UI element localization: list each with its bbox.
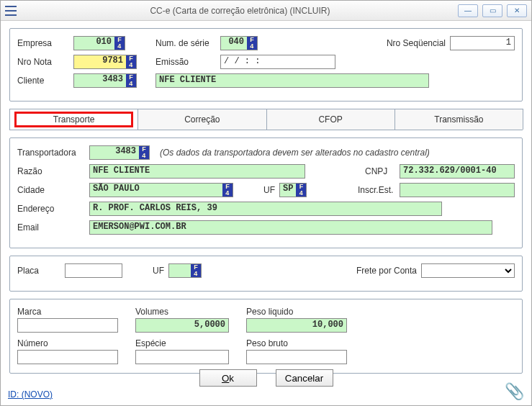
f4-icon[interactable]: F4 xyxy=(247,37,257,50)
transportadora-field[interactable]: 3483 F4 xyxy=(89,145,150,160)
uf-label: UF xyxy=(263,185,275,195)
transportadora-label: Transportadora xyxy=(17,148,85,158)
num-serie-field[interactable]: 040 F4 xyxy=(220,36,258,50)
empresa-label: Empresa xyxy=(17,38,69,48)
maximize-button[interactable]: ▭ xyxy=(482,4,502,17)
peso-liq-label: Peso liquido xyxy=(246,307,347,317)
ok-button[interactable]: Ok xyxy=(199,369,257,387)
volumes-field: 5,0000 xyxy=(135,318,229,333)
volumes-group: Marca Volumes 5,0000 Peso liquido 10,000… xyxy=(9,299,523,374)
marca-label: Marca xyxy=(17,307,118,317)
razao-field: NFE CLIENTE xyxy=(89,164,305,179)
placa-uf-label: UF xyxy=(153,266,164,276)
placa-group: Placa UF F4 Frete por Conta xyxy=(9,256,523,292)
razao-label: Razão xyxy=(17,166,85,176)
nro-sequencial-label: Nro Seqüencial xyxy=(387,38,446,48)
cliente-label: Cliente xyxy=(17,76,69,86)
cancel-button[interactable]: Cancelar xyxy=(276,369,333,387)
f4-icon[interactable]: F4 xyxy=(222,184,233,197)
nro-nota-field[interactable]: 9781 F4 xyxy=(73,55,137,69)
emissao-label: Emissão xyxy=(155,57,216,67)
inscr-label: Inscr.Est. xyxy=(358,185,395,195)
window-title: CC-e (Carta de correção eletrônica) (INC… xyxy=(22,6,458,16)
paperclip-icon[interactable]: 📎 xyxy=(505,382,524,401)
transportadora-group: Transportadora 3483 F4 (Os dados da tran… xyxy=(9,137,523,248)
numero-field[interactable] xyxy=(17,350,118,364)
tab-transmissao[interactable]: Transmissão xyxy=(395,109,523,130)
minimize-button[interactable]: — xyxy=(458,4,478,17)
titlebar: CC-e (Carta de correção eletrônica) (INC… xyxy=(1,1,531,21)
peso-liq-field: 10,000 xyxy=(246,318,347,333)
inscr-field xyxy=(400,183,515,197)
menu-icon[interactable] xyxy=(5,6,17,16)
f4-icon[interactable]: F4 xyxy=(139,146,149,159)
nro-sequencial-field[interactable]: 1 xyxy=(450,36,515,50)
f4-icon[interactable]: F4 xyxy=(191,264,201,277)
tab-transporte[interactable]: Transporte xyxy=(9,109,138,130)
tab-correcao[interactable]: Correção xyxy=(137,109,266,130)
uf-field[interactable]: SP F4 xyxy=(279,183,307,197)
email-label: Email xyxy=(17,222,85,233)
cliente-field[interactable]: 3483 F4 xyxy=(73,73,137,88)
f4-icon[interactable]: F4 xyxy=(114,37,125,50)
cce-window: CC-e (Carta de correção eletrônica) (INC… xyxy=(0,0,532,406)
frete-select[interactable] xyxy=(421,263,515,278)
frete-label: Frete por Conta xyxy=(356,266,417,276)
placa-label: Placa xyxy=(17,266,60,276)
peso-bruto-label: Peso bruto xyxy=(246,338,347,348)
emissao-field[interactable]: / / : : xyxy=(220,55,335,69)
placa-uf-field[interactable]: F4 xyxy=(168,263,202,278)
peso-bruto-field[interactable] xyxy=(246,350,347,364)
f4-icon[interactable]: F4 xyxy=(296,184,306,197)
numero-label: Número xyxy=(17,338,118,348)
cnpj-label: CNPJ xyxy=(365,166,395,176)
tabs: Transporte Correção CFOP Transmissão xyxy=(9,109,523,130)
cnpj-field: 72.332.629/0001-40 xyxy=(400,164,515,179)
tab-cfop[interactable]: CFOP xyxy=(266,109,395,130)
endereco-label: Endereço xyxy=(17,204,85,214)
f4-icon[interactable]: F4 xyxy=(126,74,136,87)
email-field: EMERSON@PWI.COM.BR xyxy=(89,220,492,235)
especie-label: Espécie xyxy=(135,338,229,348)
placa-field[interactable] xyxy=(65,263,122,278)
close-button[interactable]: ✕ xyxy=(507,4,527,17)
endereco-field: R. PROF. CARLOS REIS, 39 xyxy=(89,202,442,216)
cidade-label: Cidade xyxy=(17,185,85,195)
f4-icon[interactable]: F4 xyxy=(126,55,136,68)
especie-field[interactable] xyxy=(135,350,229,364)
empresa-field[interactable]: 010 F4 xyxy=(73,36,125,50)
transportadora-hint: (Os dados da transportadora devem ser al… xyxy=(160,148,430,158)
nro-nota-label: Nro Nota xyxy=(17,57,69,67)
cidade-field[interactable]: SÃO PAULO F4 xyxy=(89,183,233,197)
header-group: Empresa 010 F4 Num. de série 040 F4 Nro … xyxy=(9,28,523,102)
num-serie-label: Num. de série xyxy=(155,38,216,48)
id-link[interactable]: ID: (NOVO) xyxy=(8,389,53,400)
volumes-label: Volumes xyxy=(135,307,229,317)
cliente-nome-field: NFE CLIENTE xyxy=(155,73,429,88)
marca-field[interactable] xyxy=(17,318,118,333)
